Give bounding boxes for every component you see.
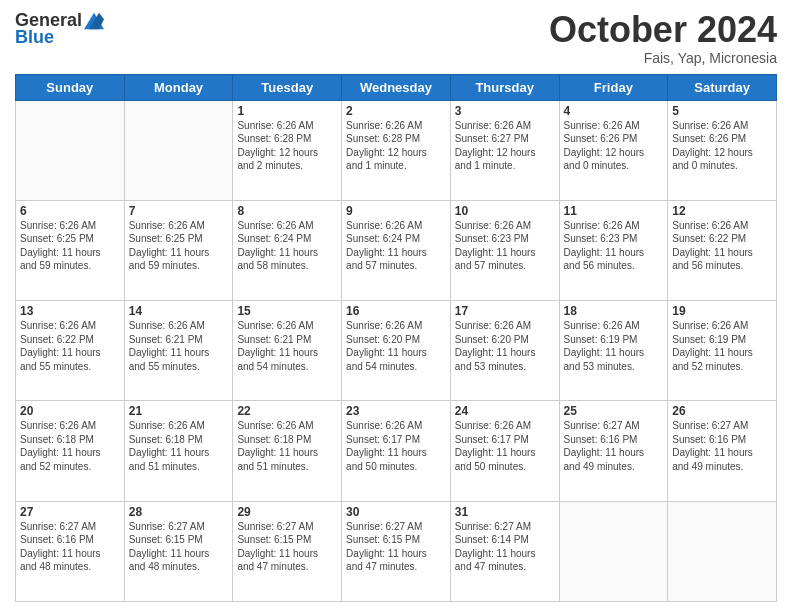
table-row: 7Sunrise: 6:26 AMSunset: 6:25 PMDaylight… xyxy=(124,200,233,300)
table-row: 17Sunrise: 6:26 AMSunset: 6:20 PMDayligh… xyxy=(450,301,559,401)
table-row: 29Sunrise: 6:27 AMSunset: 6:15 PMDayligh… xyxy=(233,501,342,601)
calendar-week-row: 6Sunrise: 6:26 AMSunset: 6:25 PMDaylight… xyxy=(16,200,777,300)
table-row: 8Sunrise: 6:26 AMSunset: 6:24 PMDaylight… xyxy=(233,200,342,300)
subtitle: Fais, Yap, Micronesia xyxy=(549,50,777,66)
calendar-table: Sunday Monday Tuesday Wednesday Thursday… xyxy=(15,74,777,602)
day-number: 26 xyxy=(672,404,772,418)
day-number: 21 xyxy=(129,404,229,418)
day-info: Sunrise: 6:26 AMSunset: 6:26 PMDaylight:… xyxy=(672,119,772,173)
table-row: 30Sunrise: 6:27 AMSunset: 6:15 PMDayligh… xyxy=(342,501,451,601)
col-wednesday: Wednesday xyxy=(342,74,451,100)
table-row: 24Sunrise: 6:26 AMSunset: 6:17 PMDayligh… xyxy=(450,401,559,501)
day-info: Sunrise: 6:26 AMSunset: 6:19 PMDaylight:… xyxy=(672,319,772,373)
col-thursday: Thursday xyxy=(450,74,559,100)
day-info: Sunrise: 6:26 AMSunset: 6:24 PMDaylight:… xyxy=(237,219,337,273)
day-info: Sunrise: 6:26 AMSunset: 6:25 PMDaylight:… xyxy=(129,219,229,273)
day-info: Sunrise: 6:27 AMSunset: 6:16 PMDaylight:… xyxy=(564,419,664,473)
calendar-week-row: 27Sunrise: 6:27 AMSunset: 6:16 PMDayligh… xyxy=(16,501,777,601)
day-number: 1 xyxy=(237,104,337,118)
day-info: Sunrise: 6:26 AMSunset: 6:23 PMDaylight:… xyxy=(455,219,555,273)
day-number: 19 xyxy=(672,304,772,318)
day-number: 15 xyxy=(237,304,337,318)
day-info: Sunrise: 6:26 AMSunset: 6:20 PMDaylight:… xyxy=(346,319,446,373)
table-row: 12Sunrise: 6:26 AMSunset: 6:22 PMDayligh… xyxy=(668,200,777,300)
day-number: 13 xyxy=(20,304,120,318)
day-info: Sunrise: 6:26 AMSunset: 6:20 PMDaylight:… xyxy=(455,319,555,373)
day-info: Sunrise: 6:26 AMSunset: 6:27 PMDaylight:… xyxy=(455,119,555,173)
day-number: 2 xyxy=(346,104,446,118)
day-info: Sunrise: 6:27 AMSunset: 6:16 PMDaylight:… xyxy=(672,419,772,473)
logo-blue: Blue xyxy=(15,27,54,48)
col-monday: Monday xyxy=(124,74,233,100)
day-info: Sunrise: 6:27 AMSunset: 6:15 PMDaylight:… xyxy=(237,520,337,574)
table-row: 26Sunrise: 6:27 AMSunset: 6:16 PMDayligh… xyxy=(668,401,777,501)
table-row: 20Sunrise: 6:26 AMSunset: 6:18 PMDayligh… xyxy=(16,401,125,501)
col-sunday: Sunday xyxy=(16,74,125,100)
month-title: October 2024 xyxy=(549,10,777,50)
calendar-week-row: 1Sunrise: 6:26 AMSunset: 6:28 PMDaylight… xyxy=(16,100,777,200)
day-number: 24 xyxy=(455,404,555,418)
table-row: 6Sunrise: 6:26 AMSunset: 6:25 PMDaylight… xyxy=(16,200,125,300)
day-info: Sunrise: 6:26 AMSunset: 6:17 PMDaylight:… xyxy=(346,419,446,473)
day-info: Sunrise: 6:26 AMSunset: 6:22 PMDaylight:… xyxy=(20,319,120,373)
day-info: Sunrise: 6:26 AMSunset: 6:28 PMDaylight:… xyxy=(346,119,446,173)
day-info: Sunrise: 6:27 AMSunset: 6:16 PMDaylight:… xyxy=(20,520,120,574)
day-info: Sunrise: 6:26 AMSunset: 6:24 PMDaylight:… xyxy=(346,219,446,273)
day-number: 7 xyxy=(129,204,229,218)
day-info: Sunrise: 6:26 AMSunset: 6:21 PMDaylight:… xyxy=(129,319,229,373)
day-number: 28 xyxy=(129,505,229,519)
day-info: Sunrise: 6:26 AMSunset: 6:18 PMDaylight:… xyxy=(237,419,337,473)
col-saturday: Saturday xyxy=(668,74,777,100)
table-row: 23Sunrise: 6:26 AMSunset: 6:17 PMDayligh… xyxy=(342,401,451,501)
table-row: 1Sunrise: 6:26 AMSunset: 6:28 PMDaylight… xyxy=(233,100,342,200)
table-row: 28Sunrise: 6:27 AMSunset: 6:15 PMDayligh… xyxy=(124,501,233,601)
day-number: 25 xyxy=(564,404,664,418)
table-row: 18Sunrise: 6:26 AMSunset: 6:19 PMDayligh… xyxy=(559,301,668,401)
day-info: Sunrise: 6:26 AMSunset: 6:23 PMDaylight:… xyxy=(564,219,664,273)
table-row: 10Sunrise: 6:26 AMSunset: 6:23 PMDayligh… xyxy=(450,200,559,300)
table-row: 14Sunrise: 6:26 AMSunset: 6:21 PMDayligh… xyxy=(124,301,233,401)
table-row: 11Sunrise: 6:26 AMSunset: 6:23 PMDayligh… xyxy=(559,200,668,300)
table-row: 13Sunrise: 6:26 AMSunset: 6:22 PMDayligh… xyxy=(16,301,125,401)
col-friday: Friday xyxy=(559,74,668,100)
table-row xyxy=(559,501,668,601)
day-number: 16 xyxy=(346,304,446,318)
table-row: 21Sunrise: 6:26 AMSunset: 6:18 PMDayligh… xyxy=(124,401,233,501)
table-row xyxy=(668,501,777,601)
day-info: Sunrise: 6:26 AMSunset: 6:26 PMDaylight:… xyxy=(564,119,664,173)
table-row: 31Sunrise: 6:27 AMSunset: 6:14 PMDayligh… xyxy=(450,501,559,601)
logo: General Blue xyxy=(15,10,104,48)
day-number: 27 xyxy=(20,505,120,519)
day-number: 22 xyxy=(237,404,337,418)
day-info: Sunrise: 6:26 AMSunset: 6:17 PMDaylight:… xyxy=(455,419,555,473)
day-number: 31 xyxy=(455,505,555,519)
day-number: 8 xyxy=(237,204,337,218)
table-row: 3Sunrise: 6:26 AMSunset: 6:27 PMDaylight… xyxy=(450,100,559,200)
table-row: 19Sunrise: 6:26 AMSunset: 6:19 PMDayligh… xyxy=(668,301,777,401)
title-section: October 2024 Fais, Yap, Micronesia xyxy=(549,10,777,66)
day-number: 12 xyxy=(672,204,772,218)
col-tuesday: Tuesday xyxy=(233,74,342,100)
day-number: 4 xyxy=(564,104,664,118)
day-number: 9 xyxy=(346,204,446,218)
table-row: 22Sunrise: 6:26 AMSunset: 6:18 PMDayligh… xyxy=(233,401,342,501)
day-number: 23 xyxy=(346,404,446,418)
table-row: 25Sunrise: 6:27 AMSunset: 6:16 PMDayligh… xyxy=(559,401,668,501)
table-row xyxy=(16,100,125,200)
day-info: Sunrise: 6:27 AMSunset: 6:14 PMDaylight:… xyxy=(455,520,555,574)
day-number: 18 xyxy=(564,304,664,318)
calendar-week-row: 13Sunrise: 6:26 AMSunset: 6:22 PMDayligh… xyxy=(16,301,777,401)
day-number: 3 xyxy=(455,104,555,118)
day-number: 17 xyxy=(455,304,555,318)
page: General Blue October 2024 Fais, Yap, Mic… xyxy=(0,0,792,612)
table-row: 15Sunrise: 6:26 AMSunset: 6:21 PMDayligh… xyxy=(233,301,342,401)
table-row: 2Sunrise: 6:26 AMSunset: 6:28 PMDaylight… xyxy=(342,100,451,200)
table-row: 27Sunrise: 6:27 AMSunset: 6:16 PMDayligh… xyxy=(16,501,125,601)
day-number: 29 xyxy=(237,505,337,519)
calendar-week-row: 20Sunrise: 6:26 AMSunset: 6:18 PMDayligh… xyxy=(16,401,777,501)
header: General Blue October 2024 Fais, Yap, Mic… xyxy=(15,10,777,66)
table-row: 4Sunrise: 6:26 AMSunset: 6:26 PMDaylight… xyxy=(559,100,668,200)
table-row: 9Sunrise: 6:26 AMSunset: 6:24 PMDaylight… xyxy=(342,200,451,300)
day-number: 20 xyxy=(20,404,120,418)
day-info: Sunrise: 6:27 AMSunset: 6:15 PMDaylight:… xyxy=(346,520,446,574)
